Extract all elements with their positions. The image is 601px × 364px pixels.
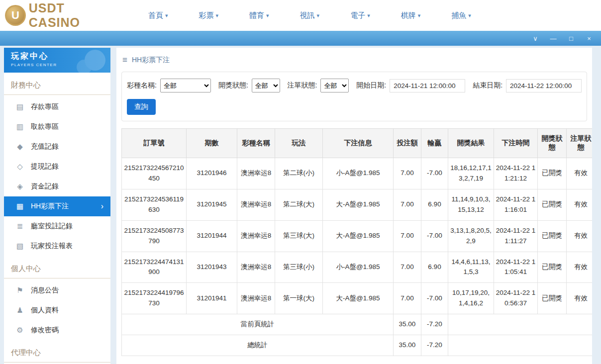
sidebar-item-cashout-records[interactable]: ◇ 提現記錄 [4,157,110,177]
start-date-input[interactable] [390,79,465,92]
brand-logo-icon: U [5,5,26,26]
bets-table-wrapper: 訂單號 期數 彩種名稱 玩法 下注信息 投注額 輸贏 開獎結果 下注時間 開獎狀… [121,128,587,356]
cell-draw-result: 18,16,12,17,13,2,7,19 [448,158,494,189]
cell-period: 31201943 [187,252,237,283]
page-stats-winloss: -7.20 [421,314,448,335]
sidebar-item-player-bet-report[interactable]: ▧ 玩家投注報表 [4,236,110,256]
draw-status-label: 開獎狀態: [218,81,248,90]
section-finance-center: 財務中心 [4,73,110,95]
sidebar-item-deposit[interactable]: ▤ 存款專區 [4,97,110,117]
cell-order-no: 2152173224419796730 [122,283,187,314]
cell-draw-result: 10,17,19,20,1,4,16,2 [448,283,494,314]
sidebar-item-label: 個人資料 [31,306,59,315]
page-stats-empty [448,314,593,335]
nav-item-home[interactable]: 首頁 ▾ [148,11,168,20]
chevron-right-icon: › [101,202,103,211]
sidebar-item-recharge-records[interactable]: ◆ 充值記錄 [4,137,110,157]
cell-draw-result: 3,13,1,8,20,5,2,9 [448,220,494,252]
cell-order-status: 有效 [567,220,593,252]
lottery-name-select[interactable]: 全部 [160,79,211,92]
recharge-icon: ◆ [16,142,24,151]
cell-order-no: 2152173224567210450 [122,158,187,189]
table-row: 2152173224536119630 31201945 澳洲幸运8 第二球(大… [122,189,593,220]
hamburger-icon[interactable]: ≡ [122,55,127,65]
maximize-icon[interactable]: □ [567,35,575,42]
total-stats-winloss: -7.20 [421,335,448,356]
cell-period: 31201941 [187,283,237,314]
cell-bet-info: 大-A盤@1.985 [323,189,394,220]
cell-winloss: 6.90 [421,252,448,283]
collapse-icon[interactable]: ∨ [531,35,539,42]
report-icon: ▧ [16,242,24,251]
cell-winloss: 6.90 [421,189,448,220]
banner-decoration [85,50,105,71]
draw-status-select[interactable]: 全部 [252,79,280,92]
section-agent-center: 代理中心 [4,340,110,363]
nav-item-sports[interactable]: 體育 ▾ [249,11,269,20]
cell-bet-amount: 7.00 [394,220,421,252]
sidebar-item-label: 廳室投註記錄 [31,222,73,231]
breadcrumb: ≡ HH彩票下注 [121,48,587,72]
sidebar-item-hh-lottery-bets[interactable]: ▦ HH彩票下注 › [4,196,110,216]
cell-order-no: 2152173224474131900 [122,252,187,283]
window-title-bar: ∨ — □ × [0,31,601,46]
cell-draw-status: 已開獎 [538,158,567,189]
cell-play-type: 第三球(大) [275,220,323,252]
chevron-down-icon: ▾ [165,12,168,19]
sidebar: 玩家中心 PLAYERS CENTER 財務中心 ▤ 存款專區 ▥ 取款專區 ◆… [4,48,110,364]
cell-period: 31201944 [187,220,237,252]
cell-order-no: 2152173224536119630 [122,189,187,220]
main-content: ≡ HH彩票下注 彩種名稱: 全部 開獎狀態: 全部 注單狀態: 全部 開始日期… [116,48,592,364]
nav-label: 棋牌 [401,11,416,20]
sidebar-item-withdraw[interactable]: ▥ 取款專區 [4,117,110,137]
cell-winloss: -7.00 [421,283,448,314]
sidebar-item-change-password[interactable]: ⚙ 修改密碼 [4,320,110,340]
cell-bet-time: 2024-11-22 11:16:01 [494,189,538,220]
nav-item-lottery[interactable]: 彩票 ▾ [199,11,219,20]
top-header: U USDT CASINO 首頁 ▾ 彩票 ▾ 體育 ▾ 視訊 ▾ 電子 ▾ 棋… [0,0,601,31]
nav-label: 捕魚 [451,11,466,20]
col-draw-status: 開獎狀態 [538,129,567,158]
cell-bet-amount: 7.00 [394,283,421,314]
table-header-row: 訂單號 期數 彩種名稱 玩法 下注信息 投注額 輸贏 開獎結果 下注時間 開獎狀… [122,129,593,158]
minimize-icon[interactable]: — [549,35,557,42]
nav-item-cards[interactable]: 棋牌 ▾ [401,11,421,20]
cell-bet-time: 2024-11-22 11:05:41 [494,252,538,283]
cell-draw-status: 已開獎 [538,220,567,252]
end-date-input[interactable] [506,79,582,92]
withdraw-icon: ▥ [16,122,24,131]
total-stats-label: 總統計 [122,335,394,356]
cell-lottery-name: 澳洲幸运8 [237,252,275,283]
cell-play-type: 第三球(小) [275,252,323,283]
cell-period: 31201946 [187,158,237,189]
total-stats-bet: 35.00 [394,335,421,356]
players-center-banner: 玩家中心 PLAYERS CENTER [4,48,110,73]
filter-row: 彩種名稱: 全部 開獎狀態: 全部 注單狀態: 全部 開始日期: 結束日期: [127,79,582,92]
page-stats-label: 當前頁統計 [122,314,394,335]
total-stats-row: 總統計 35.00 -7.20 [122,335,593,356]
nav-label: 電子 [350,11,365,20]
query-button[interactable]: 查詢 [127,99,156,115]
sidebar-item-hall-bet-records[interactable]: ≣ 廳室投註記錄 [4,216,110,236]
order-status-select[interactable]: 全部 [320,79,349,92]
nav-item-slots[interactable]: 電子 ▾ [350,11,370,20]
sidebar-item-label: 消息公告 [31,286,59,295]
table-row: 2152173224567210450 31201946 澳洲幸运8 第二球(小… [122,158,593,189]
close-icon[interactable]: × [585,35,593,42]
nav-item-fishing[interactable]: 捕魚 ▾ [451,11,471,20]
sidebar-item-label: 玩家投注報表 [31,242,73,251]
col-bet-info: 下注信息 [323,129,394,158]
nav-label: 彩票 [199,11,214,20]
cell-play-type: 第二球(小) [275,158,323,189]
sidebar-item-fund-records[interactable]: ◈ 資金記錄 [4,177,110,196]
brand-logo[interactable]: U USDT CASINO [5,1,119,30]
cell-bet-time: 2024-11-22 11:21:12 [494,158,538,189]
sidebar-item-label: 存款專區 [31,102,59,111]
sidebar-item-profile[interactable]: ♟ 個人資料 [4,300,110,320]
order-status-label: 注單狀態: [288,81,317,90]
nav-item-video[interactable]: 視訊 ▾ [300,11,320,20]
sidebar-item-announcements[interactable]: ⚑ 消息公告 [4,280,110,300]
cell-lottery-name: 澳洲幸运8 [237,283,275,314]
col-lottery-name: 彩種名稱 [237,129,275,158]
cell-bet-info: 大-A盤@1.985 [323,283,394,314]
